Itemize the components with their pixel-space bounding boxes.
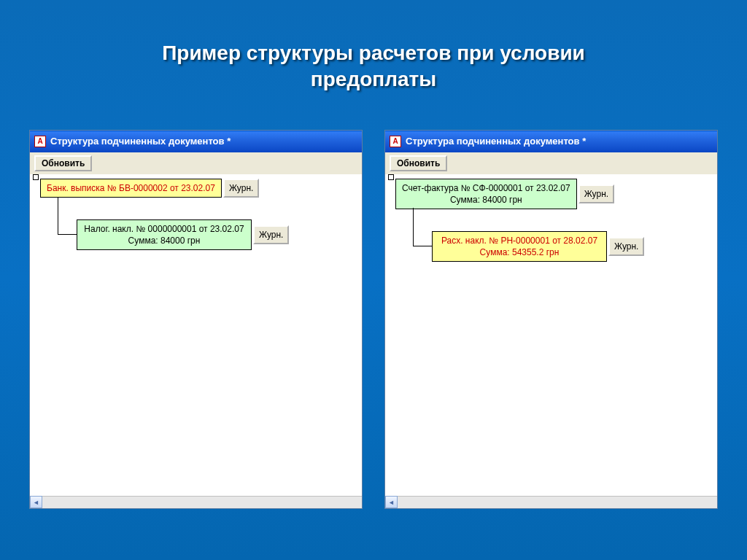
window-title: Структура подчиненных документов *	[50, 136, 231, 147]
titlebar: A Структура подчиненных документов *	[385, 131, 717, 152]
slide-title: Пример структуры расчетов при условии пр…	[0, 0, 747, 93]
app-icon: A	[390, 136, 401, 147]
tree-root-handle[interactable]	[388, 174, 394, 180]
app-icon-glyph: A	[37, 137, 42, 145]
toolbar: Обновить	[30, 152, 362, 174]
doc-line: Сумма: 84000 грн	[128, 236, 201, 246]
refresh-button[interactable]: Обновить	[390, 155, 447, 171]
left-window: A Структура подчиненных документов * Обн…	[29, 130, 363, 509]
right-window: A Структура подчиненных документов * Обн…	[384, 130, 718, 509]
scroll-left-arrow-icon[interactable]: ◄	[385, 496, 398, 508]
doc-line: Сумма: 84000 грн	[450, 195, 522, 205]
title-line-2: предоплаты	[311, 68, 436, 90]
doc-line: Налог. накл. № 0000000001 от 23.02.07	[84, 224, 244, 234]
scroll-left-arrow-icon[interactable]: ◄	[30, 496, 42, 508]
toolbar: Обновить	[385, 152, 717, 174]
tree-content: Счет-фактура № СФ-0000001 от 23.02.07 Су…	[385, 174, 717, 496]
tree-root-handle[interactable]	[33, 174, 39, 180]
arrow-glyph: ◄	[33, 499, 39, 506]
journal-button[interactable]: Журн.	[578, 184, 614, 203]
doc-line: Расх. накл. № РН-0000001 от 28.02.07	[441, 236, 597, 246]
refresh-button[interactable]: Обновить	[34, 155, 92, 171]
doc-bank-statement[interactable]: Банк. выписка № БВ-0000002 от 23.02.07	[40, 179, 222, 198]
doc-invoice[interactable]: Счет-фактура № СФ-0000001 от 23.02.07 Су…	[395, 179, 577, 209]
app-icon: A	[34, 136, 46, 147]
app-icon-glyph: A	[392, 137, 398, 145]
journal-button[interactable]: Журн.	[608, 237, 644, 256]
doc-line: Счет-фактура № СФ-0000001 от 23.02.07	[402, 183, 570, 193]
horizontal-scrollbar[interactable]: ◄	[30, 496, 362, 508]
journal-button[interactable]: Журн.	[223, 179, 259, 198]
titlebar: A Структура подчиненных документов *	[30, 131, 362, 152]
tree-content: Банк. выписка № БВ-0000002 от 23.02.07 Ж…	[30, 174, 362, 496]
title-line-1: Пример структуры расчетов при условии	[162, 42, 585, 64]
arrow-glyph: ◄	[388, 499, 395, 506]
doc-line: Банк. выписка № БВ-0000002 от 23.02.07	[47, 183, 215, 193]
horizontal-scrollbar[interactable]: ◄	[385, 496, 717, 508]
journal-button[interactable]: Журн.	[253, 225, 289, 244]
doc-expense-invoice[interactable]: Расх. накл. № РН-0000001 от 28.02.07 Сум…	[432, 231, 607, 262]
doc-line: Сумма: 54355.2 грн	[480, 247, 560, 257]
doc-tax-invoice[interactable]: Налог. накл. № 0000000001 от 23.02.07 Су…	[77, 219, 252, 250]
window-title: Структура подчиненных документов *	[406, 136, 586, 147]
